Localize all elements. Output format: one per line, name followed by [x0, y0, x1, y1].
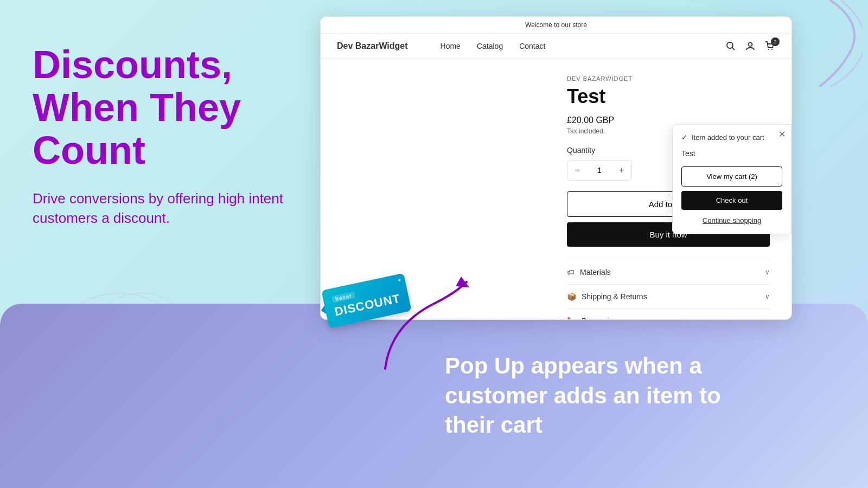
popup-header: ✓ Item added to your cart	[681, 133, 782, 142]
nav-catalog[interactable]: Catalog	[477, 42, 503, 50]
store-logo: Dev BazarWidget	[337, 41, 408, 51]
popup-header-text: Item added to your cart	[692, 133, 764, 142]
store-header: Dev BazarWidget Home Catalog Contact	[321, 34, 792, 59]
left-content: Discounts, When They Count Drive convers…	[33, 43, 336, 228]
bottom-text: Pop Up appears when a customer adds an i…	[445, 351, 770, 440]
chevron-down-icon-2: ∨	[765, 293, 770, 300]
product-title: Test	[567, 85, 770, 108]
svg-point-0	[727, 42, 733, 48]
quantity-increase-button[interactable]: +	[612, 160, 631, 180]
accordion-shipping[interactable]: 📦 Shipping & Returns ∨	[567, 284, 770, 309]
quantity-selector: − 1 +	[567, 160, 632, 181]
chevron-down-icon-3: ∨	[765, 317, 770, 320]
popup-item-name: Test	[681, 149, 782, 158]
cart-count: 2	[771, 37, 780, 46]
continue-shopping-button[interactable]: Continue shopping	[681, 216, 782, 224]
headline: Discounts, When They Count	[33, 43, 336, 172]
accordion-dimensions-label: Dimensions	[582, 317, 621, 320]
quantity-decrease-button[interactable]: −	[567, 160, 587, 180]
chevron-down-icon: ∨	[765, 268, 770, 276]
search-icon[interactable]	[725, 41, 736, 52]
materials-icon: 🏷	[567, 268, 575, 277]
accordion-materials[interactable]: 🏷 Materials ∨	[567, 260, 770, 284]
announcement-text: Welcome to our store	[525, 21, 587, 29]
announcement-bar: Welcome to our store	[321, 17, 792, 34]
dimensions-icon: ✏️	[567, 317, 576, 320]
quantity-value: 1	[587, 166, 612, 175]
header-icons: 2	[725, 41, 775, 52]
accordion-list: 🏷 Materials ∨ 📦 Shipping & Returns ∨ ✏️	[567, 260, 770, 320]
badge-star-icon: ✦	[397, 277, 402, 284]
view-cart-button[interactable]: View my cart (2)	[681, 166, 782, 187]
bottom-section: Pop Up appears when a customer adds an i…	[0, 304, 868, 488]
accordion-materials-label: Materials	[580, 268, 611, 277]
popup-close-button[interactable]: ✕	[778, 130, 786, 139]
account-icon[interactable]	[745, 41, 756, 52]
store-nav: Home Catalog Contact	[441, 42, 546, 50]
accordion-dimensions[interactable]: ✏️ Dimensions ∨	[567, 309, 770, 320]
store-window: Welcome to our store Dev BazarWidget Hom…	[320, 16, 792, 320]
accordion-shipping-label: Shipping & Returns	[582, 292, 647, 301]
cart-icon[interactable]: 2	[764, 41, 775, 52]
nav-contact[interactable]: Contact	[519, 42, 545, 50]
product-brand: DEV BAZARWIDGET	[567, 75, 770, 82]
svg-point-2	[749, 43, 752, 47]
svg-line-1	[732, 48, 735, 50]
svg-point-3	[768, 49, 769, 50]
shipping-icon: 📦	[567, 292, 576, 301]
check-icon: ✓	[681, 133, 687, 142]
cart-popup: ✕ ✓ Item added to your cart Test View my…	[672, 124, 792, 234]
checkout-button[interactable]: Check out	[681, 191, 782, 210]
svg-point-4	[771, 49, 773, 50]
deco-swoosh	[819, 0, 863, 87]
nav-home[interactable]: Home	[441, 42, 461, 50]
subtext: Drive conversions by offering high inten…	[33, 189, 336, 228]
